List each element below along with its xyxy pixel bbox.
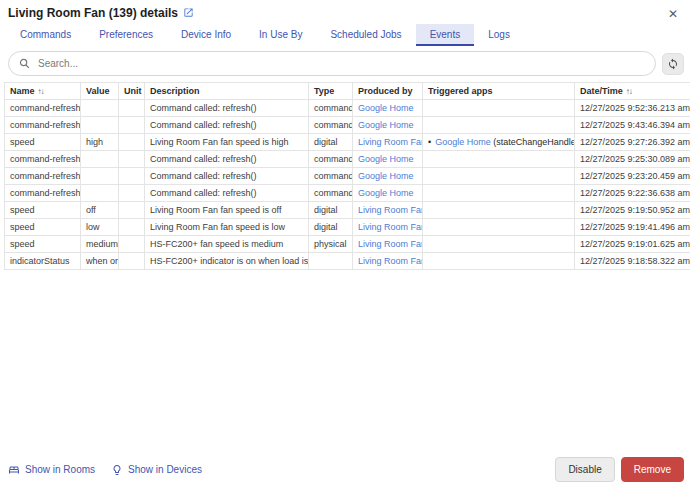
- produced-by-link[interactable]: Google Home: [358, 188, 414, 198]
- cell-unit: [119, 185, 145, 202]
- table-row: speedoffLiving Room Fan fan speed is off…: [5, 202, 690, 219]
- cell-datetime: 12/27/2025 9:43:46.394 am: [575, 117, 690, 134]
- column-header-date-time[interactable]: Date/Time↑↓: [575, 83, 690, 100]
- column-header-unit: Unit: [119, 83, 145, 100]
- cell-type: command: [309, 100, 353, 117]
- triggered-app-link[interactable]: Google Home: [435, 137, 491, 147]
- cell-value: low: [81, 219, 119, 236]
- cell-name: command-refresh: [5, 117, 81, 134]
- column-header-name[interactable]: Name↑↓: [5, 83, 81, 100]
- cell-description: Command called: refresh(): [145, 151, 309, 168]
- cell-datetime: 12/27/2025 9:25:30.089 am: [575, 151, 690, 168]
- table-row: command-refreshCommand called: refresh()…: [5, 100, 690, 117]
- cell-description: Living Room Fan fan speed is off: [145, 202, 309, 219]
- refresh-button[interactable]: [662, 53, 684, 75]
- cell-triggered-apps: [423, 168, 575, 185]
- cell-datetime: 12/27/2025 9:19:01.625 am: [575, 236, 690, 253]
- table-row: command-refreshCommand called: refresh()…: [5, 168, 690, 185]
- cell-name: command-refresh: [5, 168, 81, 185]
- cell-unit: [119, 151, 145, 168]
- show-in-devices-link[interactable]: Show in Devices: [111, 464, 202, 476]
- cell-name: speed: [5, 202, 81, 219]
- cell-unit: [119, 134, 145, 151]
- cell-datetime: 12/27/2025 9:19:50.952 am: [575, 202, 690, 219]
- cell-description: Command called: refresh(): [145, 168, 309, 185]
- cell-name: speed: [5, 134, 81, 151]
- tab-scheduled-jobs[interactable]: Scheduled Jobs: [316, 24, 415, 46]
- bed-icon: [8, 464, 20, 476]
- cell-triggered-apps: [423, 236, 575, 253]
- cell-description: Command called: refresh(): [145, 185, 309, 202]
- sort-icon[interactable]: ↑↓: [38, 87, 44, 96]
- disable-button[interactable]: Disable: [555, 457, 614, 482]
- tab-commands[interactable]: Commands: [6, 24, 85, 46]
- cell-type: digital: [309, 219, 353, 236]
- produced-by-link[interactable]: Living Room Fan: [358, 137, 423, 147]
- tab-preferences[interactable]: Preferences: [85, 24, 167, 46]
- cell-unit: [119, 168, 145, 185]
- tab-bar: CommandsPreferencesDevice InfoIn Use ByS…: [0, 22, 690, 46]
- cell-value: [81, 100, 119, 117]
- page-title: Living Room Fan (139) details: [8, 6, 178, 20]
- cell-datetime: 12/27/2025 9:18:58.322 am: [575, 253, 690, 270]
- search-row: [0, 46, 690, 79]
- show-in-rooms-link[interactable]: Show in Rooms: [8, 464, 95, 476]
- produced-by-link[interactable]: Living Room Fan: [358, 256, 423, 266]
- produced-by-link[interactable]: Google Home: [358, 171, 414, 181]
- tab-logs[interactable]: Logs: [474, 24, 524, 46]
- sort-icon[interactable]: ↑↓: [626, 87, 632, 96]
- tab-events[interactable]: Events: [416, 24, 475, 46]
- close-icon[interactable]: ✕: [664, 6, 682, 22]
- dialog-header: Living Room Fan (139) details ✕: [0, 0, 690, 22]
- cell-type: command: [309, 185, 353, 202]
- cell-triggered-apps: [423, 100, 575, 117]
- cell-type: command: [309, 168, 353, 185]
- cell-datetime: 12/27/2025 9:52:36.213 am: [575, 100, 690, 117]
- open-in-new-icon[interactable]: [183, 7, 194, 18]
- remove-button[interactable]: Remove: [621, 457, 684, 482]
- produced-by-link[interactable]: Living Room Fan: [358, 239, 423, 249]
- cell-type: digital: [309, 202, 353, 219]
- produced-by-link[interactable]: Google Home: [358, 120, 414, 130]
- search-input[interactable]: [36, 57, 645, 70]
- tab-in-use-by[interactable]: In Use By: [245, 24, 316, 46]
- cell-value: medium: [81, 236, 119, 253]
- produced-by-link[interactable]: Living Room Fan: [358, 222, 423, 232]
- cell-unit: [119, 202, 145, 219]
- cell-type: command: [309, 151, 353, 168]
- device-details-dialog: Living Room Fan (139) details ✕ Commands…: [0, 0, 690, 487]
- cell-name: command-refresh: [5, 185, 81, 202]
- cell-name: command-refresh: [5, 100, 81, 117]
- cell-value: off: [81, 202, 119, 219]
- cell-produced-by: Google Home: [353, 185, 423, 202]
- cell-unit: [119, 236, 145, 253]
- triggered-app-note: (stateChangeHandler): [491, 137, 575, 147]
- tab-device-info[interactable]: Device Info: [167, 24, 245, 46]
- column-header-description: Description: [145, 83, 309, 100]
- cell-triggered-apps: [423, 202, 575, 219]
- show-in-devices-label: Show in Devices: [128, 464, 202, 475]
- produced-by-link[interactable]: Google Home: [358, 154, 414, 164]
- content-spacer: [0, 270, 690, 457]
- refresh-icon: [667, 58, 679, 70]
- cell-type: command: [309, 117, 353, 134]
- cell-description: Living Room Fan fan speed is low: [145, 219, 309, 236]
- cell-triggered-apps: [423, 185, 575, 202]
- cell-produced-by: Living Room Fan: [353, 219, 423, 236]
- cell-produced-by: Living Room Fan: [353, 202, 423, 219]
- produced-by-link[interactable]: Google Home: [358, 103, 414, 113]
- cell-type: [309, 253, 353, 270]
- cell-datetime: 12/27/2025 9:19:41.496 am: [575, 219, 690, 236]
- lightbulb-icon: [111, 464, 123, 476]
- cell-triggered-apps: [423, 253, 575, 270]
- produced-by-link[interactable]: Living Room Fan: [358, 205, 423, 215]
- cell-description: HS-FC200+ indicator is on when load is o…: [145, 253, 309, 270]
- cell-value: [81, 151, 119, 168]
- cell-triggered-apps: [423, 151, 575, 168]
- cell-produced-by: Living Room Fan: [353, 236, 423, 253]
- table-row: speedhighLiving Room Fan fan speed is hi…: [5, 134, 690, 151]
- cell-unit: [119, 253, 145, 270]
- cell-name: speed: [5, 219, 81, 236]
- column-header-value: Value: [81, 83, 119, 100]
- cell-description: Command called: refresh(): [145, 100, 309, 117]
